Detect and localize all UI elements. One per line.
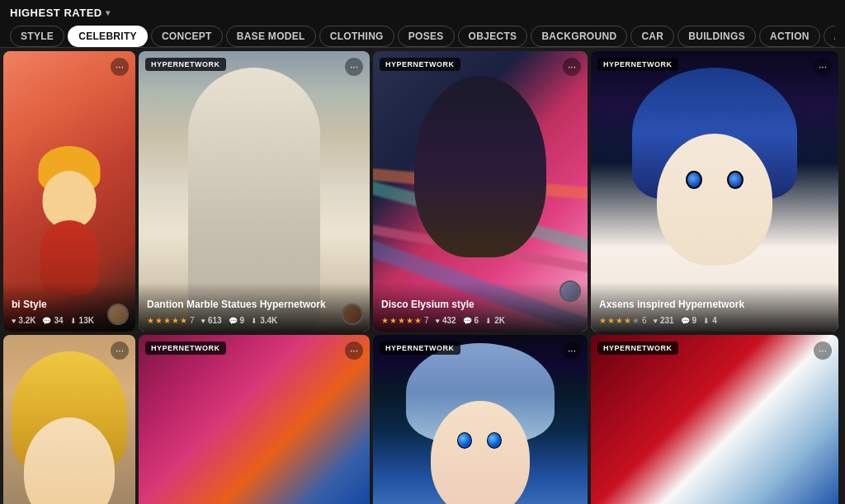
card-bottom-mid[interactable]: HYPERNETWORK ··· xyxy=(139,335,370,504)
card-title: Disco Elysium style xyxy=(381,299,579,312)
card-menu-button[interactable]: ··· xyxy=(345,341,363,360)
image-grid: ··· bi Style ♥ 3.2K 💬 34 ⬇ 13K xyxy=(0,48,845,504)
star-4: ★ xyxy=(406,316,413,325)
rating-number: 7 xyxy=(424,316,429,325)
disco-face xyxy=(414,76,546,257)
star-5: ★ xyxy=(632,316,640,325)
star-1: ★ xyxy=(381,316,389,325)
download-count: 13K xyxy=(79,316,94,325)
comment-stat: 💬 9 xyxy=(681,316,697,325)
eye-right xyxy=(487,432,502,449)
avatar xyxy=(342,304,363,325)
top-bar: HIGHEST RATED ▾ STYLE CELEBRITY CONCEPT … xyxy=(0,0,845,48)
star-3: ★ xyxy=(616,316,623,325)
card-badge: HYPERNETWORK xyxy=(145,58,226,71)
card-stats: ★ ★ ★ ★ ★ 7 ♥ 432 💬 6 ⬇ 2K xyxy=(381,316,579,325)
comment-icon: 💬 xyxy=(681,317,690,325)
star-2: ★ xyxy=(607,316,615,325)
card-footer: Dantion Marble Statues Hypernetwork ★ ★ … xyxy=(139,282,370,332)
card-menu-button[interactable]: ··· xyxy=(814,341,832,360)
anime-face xyxy=(657,134,772,266)
comment-stat: 💬 6 xyxy=(463,316,479,325)
rating-number: 6 xyxy=(642,316,647,325)
tab-action[interactable]: ACTION xyxy=(759,26,820,47)
card-menu-button[interactable]: ··· xyxy=(563,58,581,76)
highest-rated-dropdown[interactable]: HIGHEST RATED ▾ xyxy=(10,7,110,19)
card-footer: Axsens inspired Hypernetwork ★ ★ ★ ★ ★ 6… xyxy=(591,282,838,332)
card-bottom-left[interactable]: ··· xyxy=(3,335,135,504)
tab-car[interactable]: CAR xyxy=(630,26,674,47)
comment-icon: 💬 xyxy=(463,317,472,325)
fantasy-eyes xyxy=(457,432,502,449)
card-menu-button[interactable]: ··· xyxy=(563,341,581,360)
like-count: 613 xyxy=(208,316,222,325)
tab-concept[interactable]: CONCEPT xyxy=(151,26,223,47)
card-badge: HYPERNETWORK xyxy=(597,58,678,71)
card-bottom-red[interactable]: HYPERNETWORK ··· xyxy=(591,335,838,504)
card-image-bottom-red xyxy=(591,335,838,504)
comment-count: 9 xyxy=(692,316,697,325)
card-marble[interactable]: HYPERNETWORK ··· Dantion Marble Statues … xyxy=(139,51,370,332)
card-badge: HYPERNETWORK xyxy=(380,58,460,71)
highest-rated-label: HIGHEST RATED xyxy=(10,7,102,19)
comment-icon: 💬 xyxy=(229,317,238,325)
comment-count: 9 xyxy=(240,316,245,325)
download-stat: ⬇ 2K xyxy=(485,316,505,325)
card-menu-button[interactable]: ··· xyxy=(111,58,129,76)
anime-eye-left xyxy=(686,171,702,189)
card-menu-button[interactable]: ··· xyxy=(814,58,832,76)
card-badge: HYPERNETWORK xyxy=(145,341,226,355)
like-stat: ♥ 432 xyxy=(436,316,456,325)
download-count: 4 xyxy=(712,316,717,325)
card-title: Axsens inspired Hypernetwork xyxy=(599,299,830,312)
like-stat: ♥ 3.2K xyxy=(12,316,35,325)
tab-animal[interactable]: ANIMAL xyxy=(824,26,835,47)
star-1: ★ xyxy=(599,316,607,325)
star-rating: ★ ★ ★ ★ ★ 7 xyxy=(381,316,429,325)
tab-background[interactable]: BACKGROUND xyxy=(531,26,627,47)
comment-stat: 💬 9 xyxy=(229,316,245,325)
comment-stat: 💬 34 xyxy=(42,316,63,325)
download-stat: ⬇ 3.4K xyxy=(251,316,277,325)
tab-buildings[interactable]: BUILDINGS xyxy=(677,26,756,47)
like-count: 3.2K xyxy=(18,316,35,325)
tab-objects[interactable]: OBJECTS xyxy=(458,26,528,47)
filter-tabs: STYLE CELEBRITY CONCEPT BASE MODEL CLOTH… xyxy=(10,26,835,47)
card-bottom-blue[interactable]: HYPERNETWORK ··· xyxy=(373,335,588,504)
download-stat: ⬇ 4 xyxy=(703,316,717,325)
star-rating: ★ ★ ★ ★ ★ 7 xyxy=(147,316,195,325)
tab-poses[interactable]: POSES xyxy=(398,26,455,47)
tab-style[interactable]: STYLE xyxy=(10,26,64,47)
card-badge: HYPERNETWORK xyxy=(380,341,460,355)
card-menu-button[interactable]: ··· xyxy=(111,341,129,360)
like-stat: ♥ 231 xyxy=(654,316,674,325)
download-icon: ⬇ xyxy=(251,317,257,325)
tab-celebrity[interactable]: CELEBRITY xyxy=(68,26,148,47)
star-4: ★ xyxy=(624,316,631,325)
heart-icon: ♥ xyxy=(12,317,16,325)
card-title: Dantion Marble Statues Hypernetwork xyxy=(147,299,361,312)
tab-base-model[interactable]: BASE MODEL xyxy=(226,26,316,47)
avatar xyxy=(107,304,129,325)
like-stat: ♥ 613 xyxy=(201,316,222,325)
heart-icon: ♥ xyxy=(654,317,658,325)
star-5: ★ xyxy=(414,316,422,325)
card-disco[interactable]: HYPERNETWORK ··· Disco Elysium style ★ ★… xyxy=(373,51,588,332)
card-anime-blue[interactable]: HYPERNETWORK ··· Axsens inspired Hyperne… xyxy=(591,51,838,332)
card-stats: ★ ★ ★ ★ ★ 7 ♥ 613 💬 9 ⬇ 3.4K xyxy=(147,316,361,325)
avatar xyxy=(559,280,581,302)
chevron-down-icon: ▾ xyxy=(106,8,111,17)
card-chibi[interactable]: ··· bi Style ♥ 3.2K 💬 34 ⬇ 13K xyxy=(3,51,135,332)
download-count: 2K xyxy=(494,316,505,325)
star-3: ★ xyxy=(163,316,171,325)
header-row: HIGHEST RATED ▾ xyxy=(10,7,835,19)
download-count: 3.4K xyxy=(260,316,277,325)
rating-number: 7 xyxy=(190,316,195,325)
tab-clothing[interactable]: CLOTHING xyxy=(319,26,394,47)
like-count: 432 xyxy=(442,316,456,325)
star-rating: ★ ★ ★ ★ ★ 6 xyxy=(599,316,647,325)
comment-count: 34 xyxy=(54,316,63,325)
card-menu-button[interactable]: ··· xyxy=(345,58,363,76)
card-badge: HYPERNETWORK xyxy=(597,341,678,355)
star-2: ★ xyxy=(389,316,397,325)
